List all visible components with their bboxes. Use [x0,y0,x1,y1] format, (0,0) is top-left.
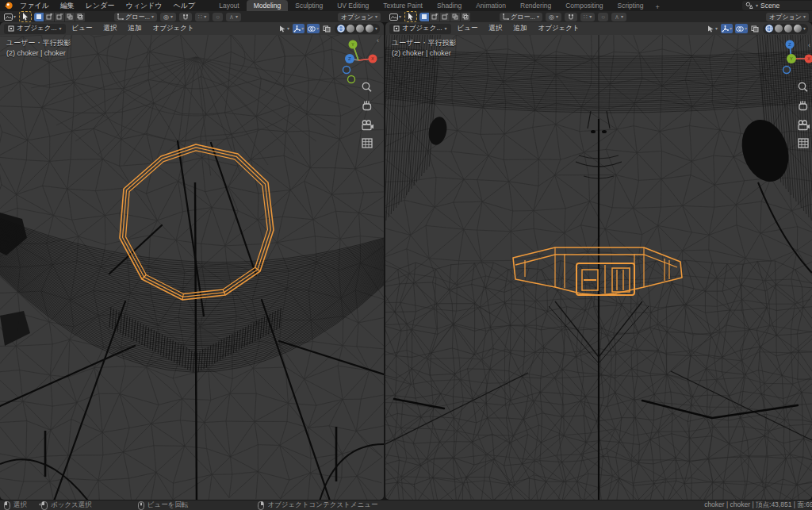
shading-dropdown[interactable]: ▾ [375,26,377,31]
object-visibility-dropdown[interactable]: ▾ [707,24,718,33]
snap-toggle[interactable] [565,13,577,21]
overlays-toggle[interactable]: ▾ [735,24,748,33]
shading-rendered-button[interactable] [794,25,802,33]
proportional-editing-toggle[interactable]: ○ [598,13,608,21]
hint-box-select: ボックス選択 [38,500,92,510]
gizmos-toggle[interactable]: ▾ [721,24,733,33]
select-mode-intersect[interactable] [75,13,85,21]
overlays-toggle[interactable]: ▾ [307,24,320,33]
magnet-icon [182,13,189,21]
viewport-right[interactable]: オブジェク...▾ ビュー 選択 追加 オブジェクト ▾ ▾ ▾ [385,22,812,500]
menu-add[interactable]: 追加 [509,24,532,33]
tab-sculpting[interactable]: Sculpting [288,0,330,11]
shading-solid-button[interactable] [347,25,354,33]
proportional-editing-toggle[interactable]: ○ [213,13,223,21]
shading-dropdown[interactable]: ▾ [803,26,806,31]
snap-toggle[interactable] [179,13,192,21]
xray-toggle[interactable] [322,24,332,33]
tool-settings-right-viewport: ▾ グロー...▾ ◎▾ ∷▾ ○ ∧▾ オプション▾ [385,11,812,22]
shading-rendered-button[interactable] [366,25,373,33]
shading-wireframe-button[interactable] [765,25,773,33]
menu-select[interactable]: 選択 [99,24,122,33]
menu-render[interactable]: レンダー [80,0,121,11]
viewport-header-icons: ▾ ▾ ▾ ▾ [278,24,380,34]
svg-text:Z: Z [348,56,351,61]
select-mode-subtract[interactable] [440,13,450,21]
viewport-canvas-left[interactable]: YZX ユーザー・平行投影 (2) choker | choker ‹ [0,35,384,500]
select-mode-invert[interactable] [65,13,75,21]
tab-compositing[interactable]: Compositing [558,0,610,11]
tab-animation[interactable]: Animation [469,0,513,11]
pivot-point-dropdown[interactable]: ◎▾ [160,13,176,21]
tab-rendering[interactable]: Rendering [513,0,558,11]
gizmo-icon [293,25,301,33]
shading-solid-button[interactable] [775,25,783,33]
editor-type-dropdown[interactable]: ▾ [3,12,17,21]
mode-dropdown[interactable]: オブジェク...▾ [389,24,451,34]
pivot-point-dropdown[interactable]: ◎▾ [546,13,561,21]
select-mode-extend[interactable] [44,13,54,21]
blender-logo-icon[interactable] [3,1,14,10]
add-workspace-button[interactable]: + [651,3,665,11]
svg-text:Y: Y [789,56,793,61]
select-box-tool-button[interactable] [405,12,416,21]
menu-add[interactable]: 追加 [124,24,147,33]
menu-help[interactable]: ヘルプ [168,0,201,11]
options-dropdown[interactable]: オプション▾ [766,13,809,21]
menu-window[interactable]: ウィンドウ [120,0,167,11]
proportional-falloff-dropdown[interactable]: ∧▾ [226,13,241,21]
proportional-falloff-dropdown[interactable]: ∧▾ [611,13,626,21]
select-mode-subtract[interactable] [55,13,64,21]
tool-settings-left-viewport: ▾ グロー...▾ ◎▾ ∷▾ ○ ∧▾ オプション▾ [0,11,384,22]
tab-modeling[interactable]: Modeling [247,0,289,11]
select-mode-intersect[interactable] [461,13,470,21]
svg-text:Y: Y [350,42,354,47]
sidebar-toggle-icon[interactable]: ‹ [808,41,810,49]
tab-scripting[interactable]: Scripting [610,0,650,11]
options-dropdown[interactable]: オプション▾ [338,13,381,21]
viewport-header: オブジェク...▾ ビュー 選択 追加 オブジェクト ▾ ▾ ▾ [0,22,384,35]
shading-wireframe-button[interactable] [337,25,345,33]
scene-selector[interactable]: ▾ Scene [742,1,812,10]
workspace-tabs: Layout Modeling Sculpting UV Editing Tex… [212,0,665,11]
object-mode-icon [393,25,400,32]
select-mode-new[interactable] [34,13,44,21]
tab-texture-paint[interactable]: Texture Paint [376,0,430,11]
shading-mode-group: ▾ [763,24,808,34]
viewport-canvas-right[interactable]: ZYX ユーザー・平行投影 (2) choker | choker ‹ [385,35,812,500]
mode-dropdown[interactable]: オブジェク...▾ [4,24,66,34]
wireframe-sphere-icon [765,25,773,33]
tab-shading[interactable]: Shading [430,0,469,11]
gizmos-toggle[interactable]: ▾ [293,24,304,33]
menu-view[interactable]: ビュー [67,24,98,33]
menu-select[interactable]: 選択 [485,24,508,33]
editor-type-icon [389,13,398,21]
select-mode-invert[interactable] [450,13,460,21]
menu-view[interactable]: ビュー [453,24,483,33]
sidebar-toggle-icon[interactable]: ‹ [377,36,379,44]
shading-material-button[interactable] [784,25,792,33]
tab-uv-editing[interactable]: UV Editing [330,0,376,11]
editor-type-icon [4,13,13,21]
transform-orientation-dropdown[interactable]: グロー...▾ [114,13,157,21]
viewport-left[interactable]: オブジェク...▾ ビュー 選択 追加 オブジェクト ▾ ▾ ▾ [0,22,384,500]
xray-toggle[interactable] [750,24,760,33]
menu-object[interactable]: オブジェクト [148,24,199,33]
svg-text:Z: Z [788,42,791,47]
select-mode-extend[interactable] [430,13,439,21]
menu-object[interactable]: オブジェクト [534,24,584,33]
tab-layout[interactable]: Layout [212,0,247,11]
snap-settings-dropdown[interactable]: ∷▾ [195,13,209,21]
select-box-tool-button[interactable] [20,12,31,21]
snap-settings-dropdown[interactable]: ∷▾ [580,13,595,21]
shading-material-button[interactable] [356,25,364,33]
menu-file[interactable]: ファイル [14,0,55,11]
object-visibility-dropdown[interactable]: ▾ [278,24,290,33]
wireframe-sphere-icon [337,25,345,33]
menu-edit[interactable]: 編集 [55,0,80,11]
transform-orientation-dropdown[interactable]: グロー...▾ [500,13,542,21]
select-mode-new[interactable] [419,13,429,21]
svg-text:X: X [807,56,810,61]
editor-type-dropdown[interactable]: ▾ [389,12,402,21]
scene-statistics: choker | choker | 頂点:43,851 | 面:69, [704,500,812,510]
